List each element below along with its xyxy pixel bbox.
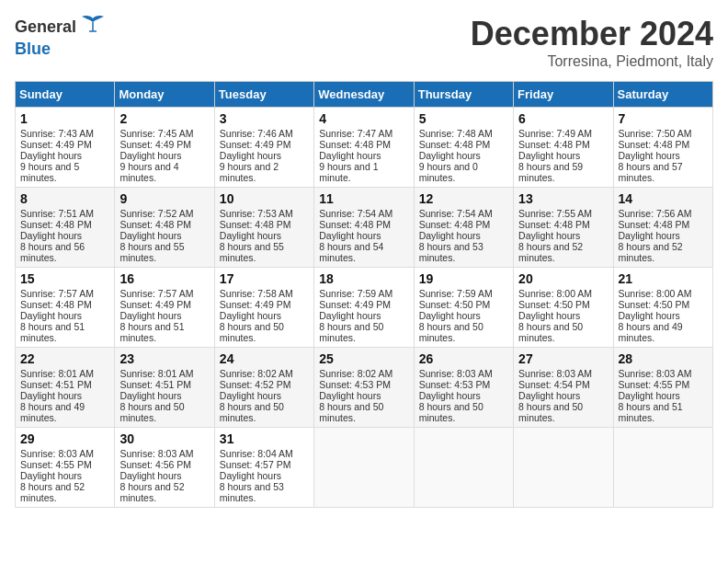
sunrise-text: Sunrise: 8:00 AM (619, 288, 692, 299)
day-number: 11 (319, 191, 408, 206)
empty-cell (613, 428, 712, 508)
day-number: 2 (119, 111, 209, 126)
col-tuesday: Tuesday (214, 82, 313, 108)
day-cell: 18 Sunrise: 7:59 AM Sunset: 4:49 PM Dayl… (314, 268, 414, 348)
sunrise-text: Sunrise: 8:01 AM (20, 368, 94, 379)
daylight-label: Daylight hours (20, 230, 82, 241)
day-cell: 28 Sunrise: 8:03 AM Sunset: 4:55 PM Dayl… (613, 348, 712, 428)
sunrise-text: Sunrise: 8:03 AM (119, 448, 193, 459)
daylight-label: Daylight hours (619, 150, 680, 161)
sunset-text: Sunset: 4:50 PM (619, 299, 690, 310)
daylight-duration: 8 hours and 50 minutes. (319, 401, 383, 423)
daylight-duration: 8 hours and 55 minutes. (220, 241, 284, 263)
sunrise-text: Sunrise: 7:47 AM (319, 128, 392, 139)
sunset-text: Sunset: 4:53 PM (319, 379, 391, 390)
day-cell: 2 Sunrise: 7:45 AM Sunset: 4:49 PM Dayli… (115, 108, 214, 188)
daylight-label: Daylight hours (119, 390, 181, 401)
daylight-label: Daylight hours (518, 230, 580, 241)
day-cell: 1 Sunrise: 7:43 AM Sunset: 4:49 PM Dayli… (16, 108, 115, 188)
day-cell: 30 Sunrise: 8:03 AM Sunset: 4:56 PM Dayl… (115, 428, 214, 508)
day-number: 20 (518, 271, 608, 286)
sunset-text: Sunset: 4:48 PM (619, 139, 690, 150)
sunrise-text: Sunrise: 8:03 AM (518, 368, 592, 379)
week-row: 29 Sunrise: 8:03 AM Sunset: 4:55 PM Dayl… (16, 428, 713, 508)
day-number: 21 (619, 271, 708, 286)
daylight-label: Daylight hours (319, 230, 381, 241)
sunset-text: Sunset: 4:50 PM (518, 299, 590, 310)
daylight-duration: 8 hours and 52 minutes. (619, 241, 683, 263)
daylight-duration: 8 hours and 49 minutes. (20, 401, 85, 423)
sunrise-text: Sunrise: 7:58 AM (220, 288, 293, 299)
col-thursday: Thursday (414, 82, 513, 108)
day-cell: 22 Sunrise: 8:01 AM Sunset: 4:51 PM Dayl… (16, 348, 115, 428)
sunrise-text: Sunrise: 7:57 AM (20, 288, 94, 299)
daylight-duration: 8 hours and 52 minutes. (518, 241, 583, 263)
daylight-duration: 8 hours and 51 minutes. (119, 321, 184, 343)
daylight-duration: 8 hours and 57 minutes. (619, 161, 683, 183)
sunrise-text: Sunrise: 7:59 AM (319, 288, 392, 299)
sunrise-text: Sunrise: 7:52 AM (119, 208, 193, 219)
day-number: 12 (419, 191, 508, 206)
day-number: 22 (20, 351, 109, 366)
sunset-text: Sunset: 4:49 PM (119, 139, 191, 150)
sunrise-text: Sunrise: 7:49 AM (518, 128, 592, 139)
day-cell: 8 Sunrise: 7:51 AM Sunset: 4:48 PM Dayli… (16, 188, 115, 268)
sunrise-text: Sunrise: 7:45 AM (119, 128, 193, 139)
col-friday: Friday (514, 82, 613, 108)
location-subtitle: Torresina, Piedmont, Italy (471, 53, 713, 70)
sunrise-text: Sunrise: 8:02 AM (319, 368, 392, 379)
sunset-text: Sunset: 4:48 PM (20, 299, 92, 310)
daylight-duration: 8 hours and 52 minutes. (119, 481, 184, 503)
sunset-text: Sunset: 4:57 PM (220, 459, 291, 470)
title-area: December 2024 Torresina, Piedmont, Italy (471, 15, 713, 70)
daylight-label: Daylight hours (419, 230, 481, 241)
day-number: 4 (319, 111, 408, 126)
daylight-duration: 9 hours and 4 minutes. (119, 161, 178, 183)
week-row: 8 Sunrise: 7:51 AM Sunset: 4:48 PM Dayli… (16, 188, 713, 268)
daylight-duration: 8 hours and 54 minutes. (319, 241, 383, 263)
sunrise-text: Sunrise: 7:59 AM (419, 288, 493, 299)
day-cell: 15 Sunrise: 7:57 AM Sunset: 4:48 PM Dayl… (16, 268, 115, 348)
sunset-text: Sunset: 4:48 PM (20, 219, 92, 230)
sunrise-text: Sunrise: 7:54 AM (319, 208, 392, 219)
day-cell: 5 Sunrise: 7:48 AM Sunset: 4:48 PM Dayli… (414, 108, 513, 188)
day-cell: 25 Sunrise: 8:02 AM Sunset: 4:53 PM Dayl… (314, 348, 414, 428)
header: General Blue December 2024 Torresina, Pi… (15, 15, 713, 70)
daylight-duration: 8 hours and 50 minutes. (220, 321, 284, 343)
day-cell: 23 Sunrise: 8:01 AM Sunset: 4:51 PM Dayl… (115, 348, 214, 428)
sunrise-text: Sunrise: 7:50 AM (619, 128, 692, 139)
day-cell: 31 Sunrise: 8:04 AM Sunset: 4:57 PM Dayl… (214, 428, 313, 508)
day-number: 28 (619, 351, 708, 366)
daylight-duration: 8 hours and 50 minutes. (518, 321, 583, 343)
sunrise-text: Sunrise: 7:53 AM (220, 208, 293, 219)
day-cell: 13 Sunrise: 7:55 AM Sunset: 4:48 PM Dayl… (514, 188, 613, 268)
day-number: 10 (220, 191, 309, 206)
sunset-text: Sunset: 4:48 PM (319, 219, 391, 230)
daylight-duration: 8 hours and 56 minutes. (20, 241, 85, 263)
calendar-table: Sunday Monday Tuesday Wednesday Thursday… (15, 81, 713, 508)
sunset-text: Sunset: 4:48 PM (220, 219, 291, 230)
daylight-duration: 8 hours and 50 minutes. (319, 321, 383, 343)
sunset-text: Sunset: 4:48 PM (119, 219, 191, 230)
sunset-text: Sunset: 4:49 PM (119, 299, 191, 310)
daylight-label: Daylight hours (119, 470, 181, 481)
sunrise-text: Sunrise: 8:03 AM (419, 368, 493, 379)
daylight-duration: 9 hours and 2 minutes. (220, 161, 279, 183)
day-cell: 14 Sunrise: 7:56 AM Sunset: 4:48 PM Dayl… (613, 188, 712, 268)
sunrise-text: Sunrise: 7:51 AM (20, 208, 94, 219)
sunset-text: Sunset: 4:55 PM (619, 379, 690, 390)
daylight-label: Daylight hours (319, 310, 381, 321)
sunrise-text: Sunrise: 7:46 AM (220, 128, 293, 139)
sunset-text: Sunset: 4:51 PM (119, 379, 191, 390)
sunset-text: Sunset: 4:48 PM (518, 139, 590, 150)
day-number: 23 (119, 351, 209, 366)
sunset-text: Sunset: 4:51 PM (20, 379, 92, 390)
daylight-duration: 8 hours and 50 minutes. (419, 321, 483, 343)
daylight-label: Daylight hours (20, 390, 82, 401)
daylight-label: Daylight hours (220, 470, 281, 481)
day-cell: 9 Sunrise: 7:52 AM Sunset: 4:48 PM Dayli… (115, 188, 214, 268)
day-cell: 3 Sunrise: 7:46 AM Sunset: 4:49 PM Dayli… (214, 108, 313, 188)
day-cell: 27 Sunrise: 8:03 AM Sunset: 4:54 PM Dayl… (514, 348, 613, 428)
day-cell: 21 Sunrise: 8:00 AM Sunset: 4:50 PM Dayl… (613, 268, 712, 348)
week-row: 15 Sunrise: 7:57 AM Sunset: 4:48 PM Dayl… (16, 268, 713, 348)
